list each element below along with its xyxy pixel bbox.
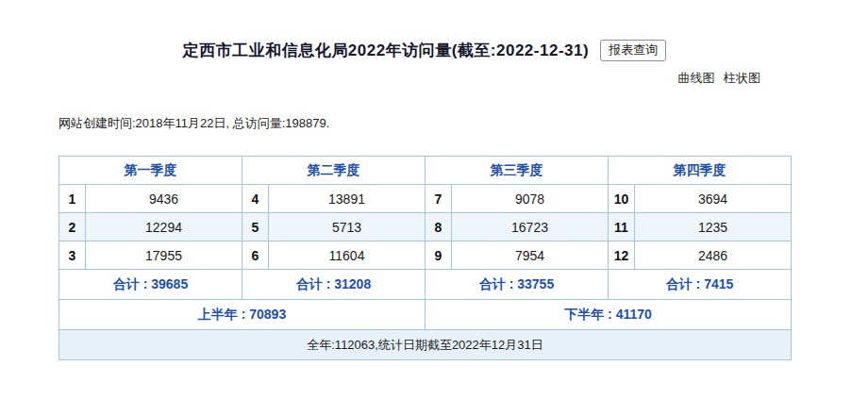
month-cell: 11: [609, 213, 635, 241]
quarter-total-cell: 合计 : 39685: [59, 270, 242, 300]
quarter-header-q3: 第三季度: [426, 157, 609, 185]
month-cell: 4: [242, 185, 269, 213]
half-year-row: 上半年 : 70893 下半年 : 41170: [59, 300, 792, 330]
month-cell: 9: [426, 241, 452, 270]
month-value-cell: 2486: [635, 241, 792, 270]
quarter-header-row: 第一季度 第二季度 第三季度 第四季度: [59, 157, 792, 185]
quarter-total-cell: 合计 : 31208: [242, 270, 426, 300]
quarter-total-cell: 合计 : 7415: [609, 270, 792, 300]
month-cell: 3: [59, 241, 86, 270]
month-cell: 10: [609, 185, 635, 213]
month-cell: 8: [426, 213, 452, 241]
second-half-total-cell: 下半年 : 41170: [426, 300, 792, 330]
first-half-total-cell: 上半年 : 70893: [59, 300, 426, 330]
table-row: 3 17955 6 11604 9 7954 12 2486: [59, 241, 792, 270]
quarter-header-q1: 第一季度: [59, 157, 242, 185]
month-value-cell: 3694: [635, 185, 792, 213]
month-cell: 7: [426, 185, 452, 213]
month-cell: 12: [609, 241, 635, 270]
month-value-cell: 16723: [452, 213, 609, 241]
title-row: 定西市工业和信息化局2022年访问量(截至:2022-12-31) 报表查询: [58, 40, 791, 61]
month-cell: 5: [242, 213, 269, 241]
quarter-header-q2: 第二季度: [242, 157, 426, 185]
report-query-button[interactable]: 报表查询: [600, 40, 666, 61]
month-cell: 1: [59, 185, 86, 213]
quarter-total-cell: 合计 : 33755: [426, 270, 609, 300]
month-value-cell: 13891: [269, 185, 426, 213]
month-value-cell: 7954: [452, 241, 609, 270]
month-value-cell: 9436: [86, 185, 242, 213]
visits-table: 第一季度 第二季度 第三季度 第四季度 1 9436 4 13891 7 907…: [58, 156, 792, 360]
month-value-cell: 1235: [635, 213, 792, 241]
month-cell: 6: [242, 241, 269, 270]
table-row: 2 12294 5 5713 8 16723 11 1235: [59, 213, 792, 241]
bar-chart-link[interactable]: 柱状图: [724, 71, 760, 85]
month-cell: 2: [59, 213, 86, 241]
table-row: 1 9436 4 13891 7 9078 10 3694: [59, 185, 792, 213]
site-info-text: 网站创建时间:2018年11月22日, 总访问量:198879.: [58, 115, 791, 131]
month-value-cell: 5713: [269, 213, 426, 241]
page-content: 定西市工业和信息化局2022年访问量(截至:2022-12-31) 报表查询 曲…: [58, 40, 791, 360]
page-title: 定西市工业和信息化局2022年访问量(截至:2022-12-31): [183, 40, 589, 61]
quarter-header-q4: 第四季度: [609, 157, 792, 185]
month-value-cell: 9078: [452, 185, 609, 213]
line-chart-link[interactable]: 曲线图: [677, 71, 714, 85]
chart-type-links: 曲线图 柱状图: [58, 70, 791, 86]
full-year-row: 全年:112063,统计日期截至2022年12月31日: [59, 330, 792, 360]
quarter-totals-row: 合计 : 39685 合计 : 31208 合计 : 33755 合计 : 74…: [59, 270, 792, 300]
month-value-cell: 12294: [86, 213, 242, 241]
full-year-total-cell: 全年:112063,统计日期截至2022年12月31日: [59, 330, 792, 360]
month-value-cell: 11604: [269, 241, 426, 270]
month-value-cell: 17955: [86, 241, 242, 270]
